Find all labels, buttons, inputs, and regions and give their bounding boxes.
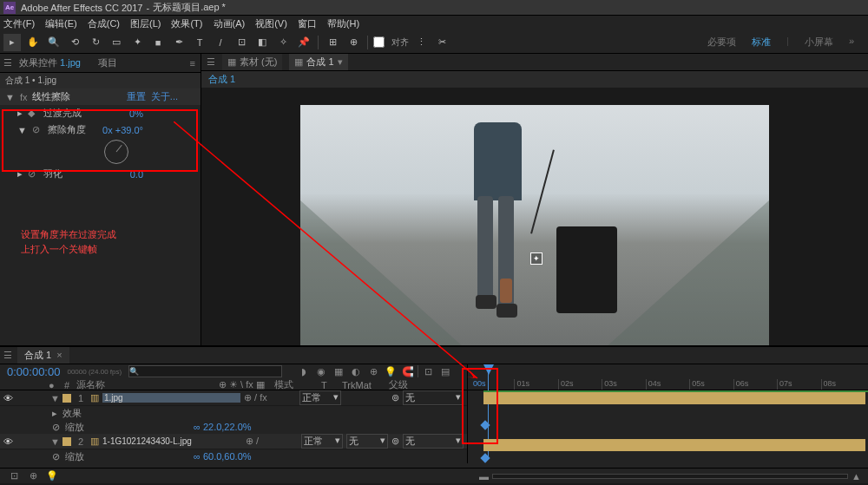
label-color[interactable] — [62, 394, 71, 403]
world-axis-icon[interactable]: ⊕ — [345, 34, 362, 51]
timeline-ruler[interactable]: 00s 01s 02s 03s 04s 05s 06s 07s 08s — [467, 364, 868, 390]
frameblend-icon[interactable]: ▦ — [331, 364, 346, 378]
stopwatch-icon[interactable]: ◆ — [28, 108, 38, 119]
anchor-point-icon[interactable]: ✦ — [530, 252, 542, 265]
timecode[interactable]: 0:00:00:00 — [7, 365, 60, 378]
orbit-tool[interactable]: ⟲ — [66, 34, 83, 51]
col-trkmat[interactable]: TrkMat — [342, 380, 385, 390]
zoom-slider[interactable] — [492, 474, 848, 479]
graph-icon[interactable]: ⊕ — [365, 364, 381, 378]
stopwatch-icon[interactable]: ⊘ — [52, 451, 60, 462]
playhead-icon[interactable] — [483, 364, 494, 375]
preview-canvas[interactable]: ✦ — [201, 88, 868, 357]
about-link[interactable]: 关于... — [151, 90, 178, 103]
effect-name[interactable]: 线性擦除 — [32, 90, 70, 103]
ws-essentials[interactable]: 必要项 — [707, 36, 736, 49]
motionblur-icon[interactable]: ◐ — [348, 364, 364, 378]
menu-comp[interactable]: 合成(C) — [88, 17, 120, 30]
panel-menu-icon[interactable]: ☰ — [207, 56, 215, 68]
col-source[interactable]: 源名称 — [76, 378, 215, 391]
menu-help[interactable]: 帮助(H) — [327, 17, 359, 30]
trkmat-select[interactable]: 无▾ — [346, 434, 388, 449]
collapse-icon[interactable]: ▼ — [17, 125, 27, 135]
timeline-tab[interactable]: 合成 1× — [17, 347, 69, 364]
layer-bar[interactable] — [483, 392, 865, 404]
tracks-area[interactable] — [467, 390, 868, 463]
tab-effects[interactable]: 效果控件 1.jpg — [16, 55, 84, 71]
prop-angle-val[interactable]: 0x +39.0° — [102, 125, 143, 135]
brush-tool[interactable]: / — [212, 34, 229, 51]
layer-bar[interactable] — [483, 439, 865, 451]
prop-transition-val[interactable]: 0% — [129, 108, 143, 119]
comp-tab[interactable]: ▦ 合成 1 ▾ — [289, 54, 347, 70]
effects-group[interactable]: ▸效果 — [0, 406, 467, 420]
collapse-icon[interactable]: ▼ — [50, 393, 59, 403]
menu-edit[interactable]: 编辑(E) — [45, 17, 77, 30]
anchor-tool[interactable]: ✦ — [128, 34, 146, 51]
tab-project[interactable]: 项目 — [95, 55, 121, 71]
layer-row[interactable]: 👁 ▼ 1 ▥ 1.jpg ⊕ / fx 正常▾ ⊚ 无▾ — [0, 390, 467, 406]
menu-view[interactable]: 视图(V) — [255, 17, 287, 30]
rotate-tool[interactable]: ↻ — [87, 34, 104, 51]
parent-link-icon[interactable]: ⊚ — [391, 392, 399, 403]
zoom-out-icon[interactable]: ▬ — [479, 471, 489, 482]
parent-link-icon[interactable]: ⊚ — [391, 436, 399, 447]
mask-tool-icon[interactable]: ✂ — [433, 34, 450, 51]
menu-anim[interactable]: 动画(A) — [214, 17, 246, 30]
stopwatch-icon[interactable]: ⊘ — [52, 422, 60, 433]
draft3d-icon[interactable]: ◉ — [313, 364, 329, 378]
camera-tool[interactable]: ▭ — [108, 34, 125, 51]
col-parent[interactable]: 父级 — [389, 378, 408, 391]
flowchart-icon[interactable]: ▤ — [437, 364, 453, 378]
eraser-tool[interactable]: ◧ — [253, 34, 271, 51]
comp-breadcrumb[interactable]: 合成 1 — [201, 71, 868, 88]
pen-tool[interactable]: ✒ — [170, 34, 187, 51]
selection-tool[interactable]: ▸ — [3, 34, 21, 51]
text-tool[interactable]: T — [191, 34, 208, 51]
panel-menu-icon[interactable]: ☰ — [3, 350, 12, 361]
ws-more-icon[interactable]: » — [849, 36, 854, 49]
collapse-icon[interactable]: ▸ — [17, 108, 23, 119]
expand-icon[interactable]: ⊡ — [420, 364, 436, 378]
collapse-icon[interactable]: ▸ — [17, 168, 23, 180]
puppet-tool[interactable]: 📌 — [295, 34, 312, 51]
reset-link[interactable]: 重置 — [127, 90, 146, 103]
prop-feather-val[interactable]: 0.0 — [130, 169, 143, 180]
collapse-icon[interactable]: ▼ — [5, 92, 15, 102]
zoom-in-icon[interactable]: ▲ — [852, 471, 861, 482]
keyframe-icon[interactable] — [480, 420, 490, 429]
render-icon[interactable]: ⊕ — [26, 469, 40, 483]
shape-tool[interactable]: ■ — [149, 34, 167, 51]
footage-tab[interactable]: ▦ 素材 (无) — [222, 54, 282, 70]
label-color[interactable] — [62, 437, 71, 446]
keyframe-icon[interactable] — [480, 453, 490, 462]
brainstorm-icon[interactable]: 💡 — [383, 364, 398, 378]
visibility-icon[interactable]: 👁 — [3, 393, 16, 403]
menu-window[interactable]: 窗口 — [298, 17, 317, 30]
scale-prop[interactable]: ⊘ 缩放 ∞ 60.0,60.0% — [0, 449, 467, 463]
layer-name[interactable]: 1.jpg — [102, 393, 240, 403]
stopwatch-icon[interactable]: ⊘ — [28, 168, 38, 180]
snap-icon[interactable]: 🧲 — [400, 364, 416, 378]
parent-select[interactable]: 无▾ — [403, 434, 464, 449]
layer-name[interactable]: 1-1G1021243430-L.jpg — [102, 436, 242, 446]
snap-opt-icon[interactable]: ⋮ — [412, 34, 430, 51]
snap-checkbox[interactable] — [373, 36, 385, 48]
menu-file[interactable]: 文件(F) — [3, 17, 35, 30]
local-axis-icon[interactable]: ⊞ — [324, 34, 341, 51]
angle-dial[interactable] — [104, 140, 128, 164]
scale-prop[interactable]: ⊘ 缩放 ∞ 22.0,22.0% — [0, 420, 467, 434]
search-input[interactable] — [128, 365, 282, 377]
parent-select[interactable]: 无▾ — [403, 390, 464, 405]
clone-tool[interactable]: ⊡ — [233, 34, 250, 51]
brainstorm-icon[interactable]: 💡 — [45, 469, 59, 483]
stopwatch-icon[interactable]: ⊘ — [32, 124, 43, 135]
visibility-icon[interactable]: 👁 — [3, 436, 16, 447]
ws-small[interactable]: 小屏幕 — [805, 36, 833, 49]
layer-row[interactable]: 👁 ▼ 2 ▥ 1-1G1021243430-L.jpg ⊕ / 正常▾ 无▾ … — [0, 434, 467, 449]
col-mode[interactable]: 模式 — [274, 378, 318, 391]
blend-mode[interactable]: 正常▾ — [299, 390, 341, 405]
fx-icon[interactable]: fx — [20, 92, 28, 102]
blend-mode[interactable]: 正常▾ — [301, 434, 343, 449]
roto-tool[interactable]: ✧ — [274, 34, 292, 51]
